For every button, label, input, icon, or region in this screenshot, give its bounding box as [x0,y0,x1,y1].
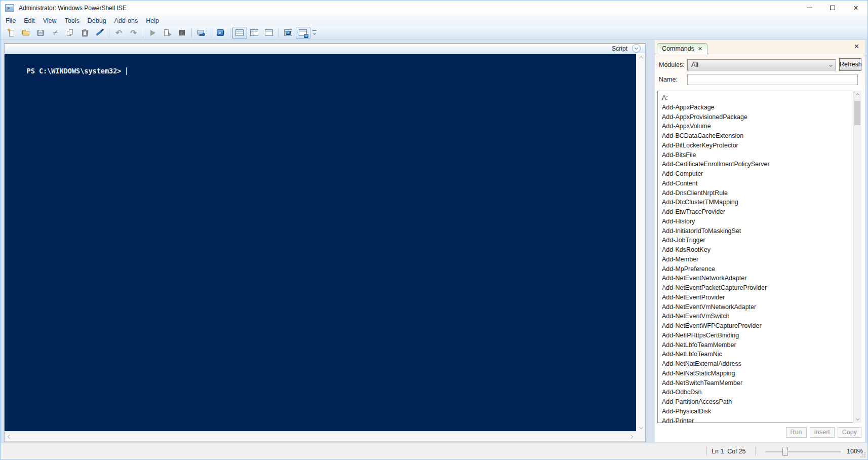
command-list-item[interactable]: A: [658,93,861,103]
powershell-app-icon [5,4,14,12]
command-list-item[interactable]: Add-NetIPHttpsCertBinding [658,331,861,340]
console-vertical-scrollbar[interactable] [636,54,645,431]
command-list-item[interactable]: Add-NetEventNetworkAdapter [658,274,861,283]
scroll-down-button[interactable] [853,414,861,423]
command-list-item[interactable]: Add-EtwTraceProvider [658,207,861,217]
new-script-button[interactable]: ★ [4,27,19,39]
insert-button[interactable]: Insert [810,427,835,438]
console-prompt: PS C:\WINDOWS\system32> [27,67,126,75]
command-list-item[interactable]: Add-NetEventVmSwitch [658,312,861,321]
tab-commands[interactable]: Commands ✕ [657,43,707,54]
command-list-item[interactable]: Add-BitLockerKeyProtector [658,141,861,150]
command-list-item[interactable]: Add-NetNatExternalAddress [658,359,861,369]
zoom-slider-thumb[interactable] [782,447,788,456]
paste-button[interactable] [77,27,92,39]
clear-console-pane-button[interactable] [92,27,107,39]
command-list-item[interactable]: Add-NetLbfoTeamMember [658,340,861,350]
command-list-item[interactable]: Add-Member [658,255,861,264]
close-panel-icon[interactable]: ✕ [854,43,859,50]
command-list-item[interactable]: Add-JobTrigger [658,236,861,245]
resize-grip[interactable] [860,452,865,457]
command-list-item[interactable]: Add-NetLbfoTeamNic [658,350,861,359]
command-list-item[interactable]: Add-MpPreference [658,264,861,274]
new-remote-powershell-tab-button[interactable] [194,27,209,39]
redo-button[interactable]: ↷ [126,27,141,39]
command-list-item[interactable]: Add-History [658,217,861,226]
command-list-item[interactable]: Add-AppxVolume [658,122,861,131]
command-list-item[interactable]: Add-Computer [658,169,861,179]
close-tab-icon[interactable]: ✕ [698,46,702,52]
show-command-addon-button[interactable]: > [296,27,310,39]
command-list-item[interactable]: Add-AppxProvisionedPackage [658,112,861,122]
command-list-item[interactable]: Add-NetEventPacketCaptureProvider [658,283,861,293]
expand-script-pane-button[interactable] [632,44,641,53]
commands-list-scrollbar[interactable] [853,91,861,423]
command-list-item[interactable]: Add-NetSwitchTeamMember [658,378,861,388]
name-filter-input[interactable] [687,74,858,85]
command-list-item[interactable]: Add-NetEventWFPCaptureProvider [658,321,861,331]
command-list-item[interactable]: Add-BCDataCacheExtension [658,131,861,141]
close-button[interactable]: × [844,1,867,15]
minimize-button[interactable] [798,1,821,15]
command-list-item[interactable]: Add-PhysicalDisk [658,407,861,416]
toolbar-overflow-button[interactable] [310,27,319,39]
run-script-button[interactable] [145,27,160,39]
copy-command-button[interactable]: Copy [838,427,861,438]
scrollbar-thumb[interactable] [854,101,860,125]
menu-item[interactable]: Add-ons [110,16,142,26]
show-script-pane-maximized-button[interactable] [262,27,277,39]
start-powershell-button[interactable]: > [213,27,228,39]
command-list-item[interactable]: Add-InitiatorIdToMaskingSet [658,226,861,236]
save-script-button[interactable] [33,27,48,39]
cut-button[interactable]: ✂ [48,27,63,39]
modules-selected-value: All [691,61,698,68]
chevron-right-icon[interactable] [629,434,633,438]
menu-item[interactable]: Edit [20,16,39,26]
menu-item[interactable]: File [2,16,20,26]
scroll-up-button[interactable] [637,54,645,62]
command-list-item[interactable]: Add-CertificateEnrollmentPolicyServer [658,160,861,169]
zoom-slider-track[interactable] [765,451,841,452]
command-list-item[interactable]: Add-DnsClientNrptRule [658,188,861,198]
statusbar-separator [755,447,756,456]
copy-button[interactable] [63,27,77,39]
open-script-button[interactable] [19,27,33,39]
menu-item[interactable]: Tools [61,16,84,26]
commands-list[interactable]: A:Add-AppxPackageAdd-AppxProvisionedPack… [657,91,861,423]
command-list-item[interactable]: Add-DtcClusterTMMapping [658,198,861,207]
redo-icon: ↷ [130,29,137,36]
console-input-area[interactable]: PS C:\WINDOWS\system32> [5,54,636,431]
chevron-down-icon [635,46,638,49]
command-list-item[interactable]: Add-NetNatStaticMapping [658,369,861,378]
commands-panel-header: Commands ✕ ✕ [655,40,865,54]
refresh-button[interactable]: Refresh [839,58,861,71]
console-horizontal-scrollbar[interactable] [5,431,636,441]
menu-item[interactable]: View [39,16,61,26]
command-list-item[interactable]: Add-NetEventVmNetworkAdapter [658,302,861,312]
command-list-item[interactable]: Add-KdsRootKey [658,245,861,255]
command-list-item[interactable]: Add-AppxPackage [658,103,861,112]
run-button[interactable]: Run [786,427,807,438]
modules-dropdown[interactable]: All [687,59,836,70]
command-list-item[interactable]: Add-Printer [658,416,861,424]
maximize-button[interactable] [821,1,844,15]
undo-button[interactable]: ↶ [111,27,126,39]
command-list-item[interactable]: Add-BitsFile [658,150,861,160]
show-script-pane-top-button[interactable] [232,27,247,39]
scroll-down-button[interactable] [637,423,645,431]
overflow-icon [311,29,318,37]
new-powershell-tab-button[interactable]: > [281,27,296,39]
command-list-item[interactable]: Add-Content [658,179,861,188]
show-script-pane-right-button[interactable] [247,27,262,39]
run-selection-button[interactable] [160,27,175,39]
chevron-left-icon[interactable] [8,434,12,438]
command-list-item[interactable]: Add-OdbcDsn [658,388,861,397]
stop-operation-button[interactable] [175,27,189,39]
command-list-item[interactable]: Add-NetEventProvider [658,293,861,302]
scroll-up-button[interactable] [853,91,861,99]
modules-row: Modules: All Refresh [655,59,865,71]
menu-item[interactable]: Help [142,16,163,26]
command-list-item[interactable]: Add-PartitionAccessPath [658,397,861,407]
menu-item[interactable]: Debug [84,16,110,26]
open-folder-icon [22,29,30,37]
